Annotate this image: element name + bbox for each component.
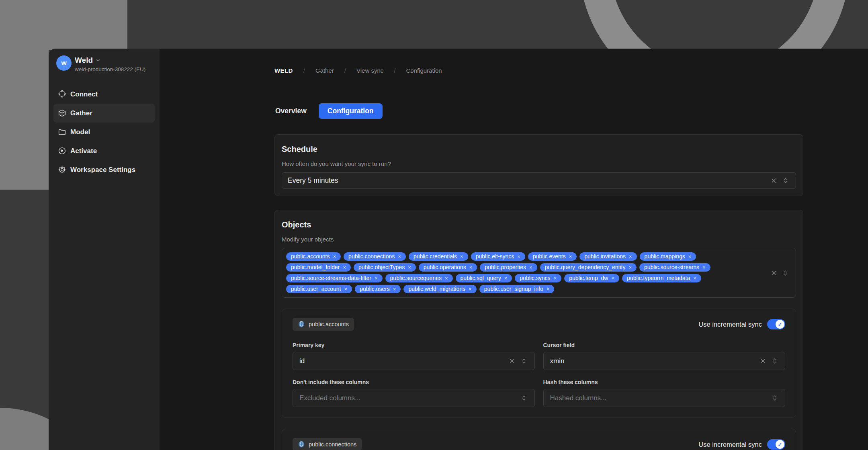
objects-select-icons [770, 269, 789, 277]
objects-title: Objects [282, 220, 796, 229]
remove-chip-icon[interactable] [529, 264, 532, 270]
object-chip[interactable]: public.invitations [579, 252, 637, 261]
tab-configuration[interactable]: Configuration [319, 103, 383, 119]
breadcrumb-view-sync[interactable]: View sync [356, 67, 383, 74]
object-chip[interactable]: public.source-streams-data-filter [286, 274, 383, 282]
object-chip[interactable]: public.user_account [286, 285, 352, 293]
object-chip[interactable]: public.sql_query [456, 274, 512, 282]
chevron-updown-icon[interactable] [770, 394, 778, 402]
object-chip[interactable]: public.query_dependency_entity [540, 263, 637, 272]
field-icons [759, 357, 778, 365]
object-chip[interactable]: public.model_folder [286, 263, 351, 272]
postgres-icon [298, 441, 305, 448]
objects-multiselect[interactable]: public.accounts public.connections publi… [282, 248, 796, 298]
object-chip[interactable]: public.events [528, 252, 577, 261]
object-chip[interactable]: public.credentials [409, 252, 468, 261]
remove-chip-icon[interactable] [375, 275, 378, 281]
object-chip[interactable]: public.syncs [515, 274, 561, 282]
cube-icon [57, 109, 66, 118]
object-chip[interactable]: public.connections [344, 252, 406, 261]
sidebar-item-workspace-settings[interactable]: Workspace Settings [53, 160, 155, 179]
field-label: Cursor field [543, 342, 786, 348]
remove-chip-icon[interactable] [629, 254, 632, 260]
object-chip[interactable]: public.sourcequeries [385, 274, 453, 282]
object-chip-label: public.invitations [584, 254, 626, 260]
remove-chip-icon[interactable] [554, 275, 557, 281]
chevron-updown-icon[interactable] [520, 357, 528, 365]
remove-chip-icon[interactable] [460, 254, 463, 260]
remove-chip-icon[interactable] [344, 286, 348, 292]
remove-chip-icon[interactable] [693, 275, 696, 281]
remove-chip-icon[interactable] [333, 254, 336, 260]
cursor-field-select[interactable]: xmin [543, 352, 786, 370]
object-chip[interactable]: public.temp_dw [564, 274, 619, 282]
object-chip[interactable]: public.users [355, 285, 401, 293]
sidebar-item-model[interactable]: Model [53, 123, 155, 141]
object-chip[interactable]: public.elt-syncs [471, 252, 525, 261]
remove-chip-icon[interactable] [547, 286, 550, 292]
clear-icon[interactable] [508, 357, 516, 365]
object-chip-label: public.user_signup_info [484, 286, 543, 292]
breadcrumb-weld[interactable]: WELD [274, 67, 293, 74]
object-chip-label: public.mappings [645, 254, 685, 260]
breadcrumb-separator: / [394, 67, 395, 74]
object-chip[interactable]: public.weld_migrations [403, 285, 476, 293]
breadcrumb-configuration[interactable]: Configuration [406, 67, 442, 74]
remove-chip-icon[interactable] [517, 254, 520, 260]
sidebar-item-activate[interactable]: Activate [53, 141, 155, 160]
breadcrumb-gather[interactable]: Gather [315, 67, 334, 74]
chevron-updown-icon[interactable] [520, 394, 528, 402]
clear-icon[interactable] [759, 357, 767, 365]
object-chip[interactable]: public.typeorm_metadata [622, 274, 701, 282]
remove-chip-icon[interactable] [569, 254, 572, 260]
chevron-updown-icon[interactable] [781, 177, 789, 185]
remove-chip-icon[interactable] [393, 286, 396, 292]
incremental-sync-toggle[interactable] [767, 439, 785, 450]
object-chip[interactable]: public.operations [419, 263, 477, 272]
primary-key-select[interactable]: id [293, 352, 535, 370]
chevron-updown-icon[interactable] [781, 269, 789, 277]
object-chip-label: public.operations [424, 264, 466, 270]
chevron-down-icon[interactable] [96, 58, 100, 63]
table-settings-accounts: public.accounts Use incremental sync Pri… [282, 309, 796, 418]
remove-chip-icon[interactable] [398, 254, 401, 260]
object-chip[interactable]: public.user_signup_info [479, 285, 555, 293]
breadcrumb: WELD / Gather / View sync / Configuratio… [274, 67, 803, 74]
remove-chip-icon[interactable] [628, 264, 632, 270]
sidebar-item-connect[interactable]: Connect [53, 85, 155, 104]
tabs: Overview Configuration [274, 103, 803, 119]
clear-icon[interactable] [770, 269, 778, 277]
incremental-sync-toggle[interactable] [767, 319, 785, 329]
toggle-knob-check-icon [776, 440, 784, 449]
remove-chip-icon[interactable] [504, 275, 508, 281]
table-settings-connections: public.connections Use incremental sync [282, 429, 796, 450]
object-chip[interactable]: public.objectTypes [354, 263, 416, 272]
tab-overview[interactable]: Overview [274, 103, 307, 119]
field-label: Don't include these columns [293, 379, 535, 385]
object-chip-label: public.sql_query [461, 275, 501, 281]
object-chip[interactable]: public.properties [480, 263, 537, 272]
sidebar-item-label: Model [70, 128, 90, 136]
remove-chip-icon[interactable] [688, 254, 692, 260]
workspace-meta: Weld weld-production-308222 (EU) [75, 55, 145, 72]
object-chip[interactable]: public.mappings [640, 252, 696, 261]
object-chip[interactable]: public.accounts [286, 252, 341, 261]
remove-chip-icon[interactable] [343, 264, 346, 270]
hashed-columns-select[interactable]: Hashed columns... [543, 389, 786, 407]
remove-chip-icon[interactable] [611, 275, 614, 281]
breadcrumb-separator: / [303, 67, 305, 74]
remove-chip-icon[interactable] [445, 275, 448, 281]
excluded-columns-select[interactable]: Excluded columns... [293, 389, 535, 407]
object-chip-label: public.sourcequeries [390, 275, 442, 281]
workspace-switcher[interactable]: w Weld weld-production-308222 (EU) [49, 49, 160, 72]
backdrop-shape-left [0, 50, 49, 190]
schedule-select[interactable]: Every 5 minutes [282, 172, 796, 189]
object-chip[interactable]: public.source-streams [639, 263, 710, 272]
clear-icon[interactable] [770, 177, 778, 185]
sidebar-item-gather[interactable]: Gather [53, 104, 155, 123]
remove-chip-icon[interactable] [469, 286, 472, 292]
chevron-updown-icon[interactable] [770, 357, 778, 365]
remove-chip-icon[interactable] [469, 264, 473, 270]
remove-chip-icon[interactable] [702, 264, 706, 270]
remove-chip-icon[interactable] [408, 264, 411, 270]
